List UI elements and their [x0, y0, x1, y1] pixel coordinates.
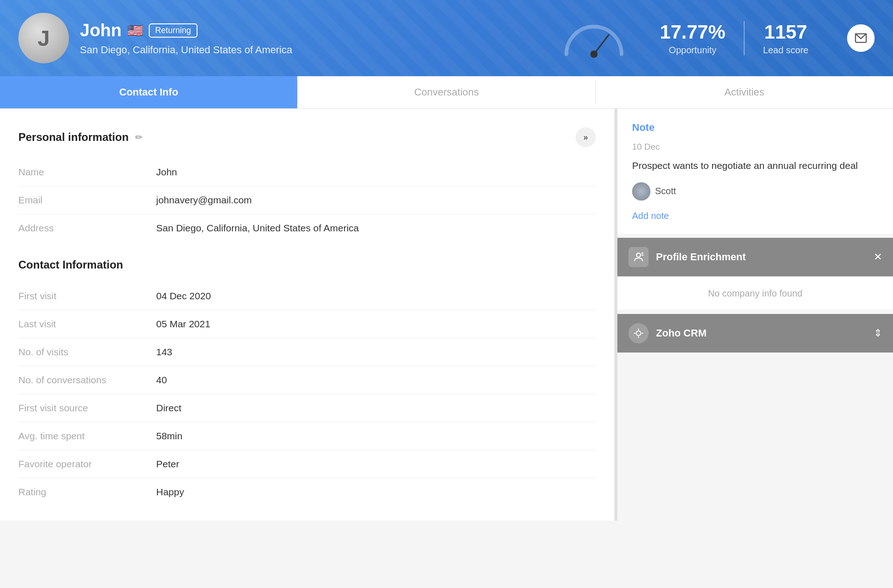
- expand-button[interactable]: »: [576, 127, 596, 147]
- header-location: San Diego, California, United States of …: [80, 44, 546, 56]
- note-header: Note: [632, 122, 878, 134]
- contact-info-section: Contact Information First visit 04 Dec 2…: [18, 258, 596, 506]
- field-value: 40: [156, 366, 596, 394]
- field-value: Peter: [156, 450, 596, 478]
- header-stats: 17.77% Opportunity 1157 Lead score: [642, 21, 827, 56]
- field-value: San Diego, California, United States of …: [156, 214, 596, 242]
- field-label: Avg. time spent: [18, 422, 156, 450]
- table-row: No. of visits 143: [18, 338, 596, 366]
- note-title: Note: [632, 122, 655, 134]
- tabs-bar: Contact Info Conversations Activities: [0, 76, 893, 109]
- personal-info-title: Personal information: [18, 131, 129, 144]
- returning-badge: Returning: [149, 23, 198, 38]
- main-layout: Personal information ✏ » Name John Email…: [0, 109, 893, 521]
- note-text: Prospect wants to negotiate an annual re…: [632, 158, 878, 173]
- zoho-arrows-icon[interactable]: ⇕: [874, 327, 882, 339]
- lead-score-label: Lead score: [763, 45, 808, 56]
- opportunity-label: Opportunity: [660, 45, 725, 56]
- enrichment-body: No company info found: [617, 277, 893, 310]
- field-value: 58min: [156, 422, 596, 450]
- table-row: Favorite operator Peter: [18, 450, 596, 478]
- lead-score-stat: 1157 Lead score: [744, 21, 827, 56]
- table-row: No. of conversations 40: [18, 366, 596, 394]
- field-label: No. of conversations: [18, 366, 156, 394]
- header: J John 🇺🇸 Returning San Diego, Californi…: [0, 0, 893, 76]
- author-name: Scott: [655, 186, 676, 196]
- left-panel: Personal information ✏ » Name John Email…: [0, 109, 615, 521]
- field-label: First visit: [18, 282, 156, 310]
- gauge-widget: [557, 17, 631, 59]
- field-value: johnavery@gmail.com: [156, 186, 596, 214]
- field-value: 143: [156, 338, 596, 366]
- zoho-title: Zoho CRM: [656, 327, 874, 339]
- tab-contact-info[interactable]: Contact Info: [0, 76, 297, 108]
- personal-info-table: Name John Email johnavery@gmail.com Addr…: [18, 158, 596, 242]
- field-label: Email: [18, 186, 156, 214]
- note-section: Note 10 Dec Prospect wants to negotiate …: [617, 109, 893, 234]
- contact-name: John: [80, 21, 122, 40]
- table-row: Address San Diego, California, United St…: [18, 214, 596, 242]
- right-panel: Note 10 Dec Prospect wants to negotiate …: [617, 109, 893, 521]
- profile-enrichment-section: Profile Enrichment ✕ No company info fou…: [617, 238, 893, 310]
- lead-score-value: 1157: [763, 21, 808, 43]
- enrichment-icon: [628, 247, 649, 267]
- contact-info-header: Contact Information: [18, 258, 596, 271]
- field-label: Name: [18, 158, 156, 186]
- edit-icon[interactable]: ✏: [135, 132, 143, 143]
- field-value: John: [156, 158, 596, 186]
- svg-point-3: [637, 253, 641, 257]
- tab-conversations[interactable]: Conversations: [298, 76, 595, 108]
- table-row: First visit source Direct: [18, 394, 596, 422]
- field-value: Direct: [156, 394, 596, 422]
- flag-icon: 🇺🇸: [127, 23, 143, 38]
- enrichment-collapse-icon[interactable]: ✕: [874, 251, 882, 263]
- enrichment-header[interactable]: Profile Enrichment ✕: [617, 238, 893, 276]
- email-button[interactable]: [847, 24, 875, 52]
- field-value: Happy: [156, 478, 596, 506]
- table-row: Rating Happy: [18, 478, 596, 506]
- enrichment-title: Profile Enrichment: [656, 251, 874, 263]
- contact-info-title: Contact Information: [18, 258, 123, 271]
- note-author: Scott: [632, 182, 878, 201]
- contact-info-table: First visit 04 Dec 2020 Last visit 05 Ma…: [18, 282, 596, 506]
- personal-info-header: Personal information ✏ »: [18, 127, 596, 147]
- field-label: First visit source: [18, 394, 156, 422]
- author-avatar: [632, 182, 650, 201]
- opportunity-value: 17.77%: [660, 21, 725, 43]
- field-label: Rating: [18, 478, 156, 506]
- header-info: John 🇺🇸 Returning San Diego, California,…: [80, 21, 546, 56]
- add-note-button[interactable]: Add note: [632, 211, 878, 221]
- table-row: Last visit 05 Mar 2021: [18, 310, 596, 338]
- field-label: Address: [18, 214, 156, 242]
- opportunity-stat: 17.77% Opportunity: [642, 21, 744, 56]
- zoho-icon: [628, 323, 649, 343]
- field-label: Last visit: [18, 310, 156, 338]
- field-label: No. of visits: [18, 338, 156, 366]
- zoho-crm-section[interactable]: Zoho CRM ⇕: [617, 314, 893, 353]
- field-label: Favorite operator: [18, 450, 156, 478]
- table-row: Name John: [18, 158, 596, 186]
- no-company-info: No company info found: [708, 288, 803, 298]
- table-row: First visit 04 Dec 2020: [18, 282, 596, 310]
- avatar: J: [18, 13, 69, 63]
- svg-point-6: [636, 331, 641, 336]
- header-name-row: John 🇺🇸 Returning: [80, 21, 546, 40]
- svg-line-1: [594, 35, 609, 54]
- table-row: Email johnavery@gmail.com: [18, 186, 596, 214]
- field-value: 05 Mar 2021: [156, 310, 596, 338]
- note-date: 10 Dec: [632, 142, 878, 152]
- field-value: 04 Dec 2020: [156, 282, 596, 310]
- tab-activities[interactable]: Activities: [596, 76, 893, 108]
- table-row: Avg. time spent 58min: [18, 422, 596, 450]
